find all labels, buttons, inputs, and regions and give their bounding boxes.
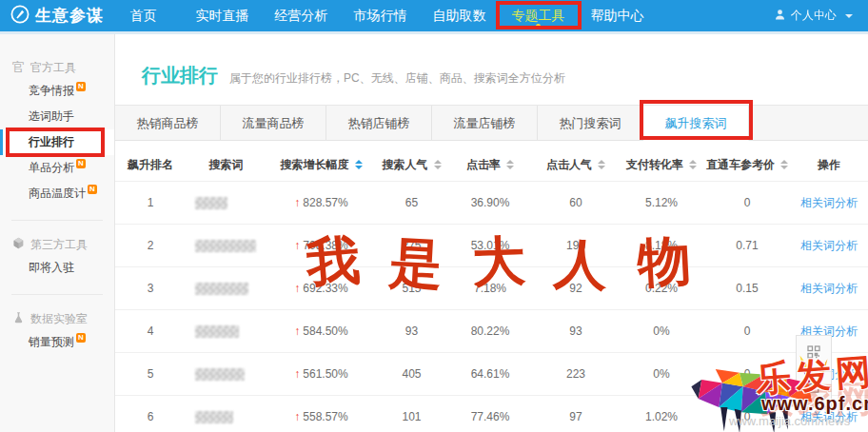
new-badge: N [76, 333, 86, 343]
column-header-ctr[interactable]: 点击率 [447, 157, 533, 173]
cell-ref-price: 0 [704, 196, 790, 209]
growth-up-arrow-icon: ↑ [294, 324, 300, 338]
sort-desc-icon [506, 166, 514, 169]
cell-conversion: 0% [619, 324, 704, 338]
cell-action[interactable]: 相关词分析 [790, 238, 868, 254]
tab-hot-keywords[interactable]: 热门搜索词 [538, 106, 643, 141]
nav-item-special-tools[interactable]: 专题工具 [499, 0, 578, 31]
table-body: 1↑828.57%6536.90%605.12%0相关词分析2↑708.38%2… [115, 181, 868, 432]
cell-growth: ↑708.38% [266, 239, 376, 252]
nav-item-home[interactable]: 首页 [104, 0, 183, 31]
cell-ref-price: 0.71 [704, 239, 790, 252]
sort-arrows-icon[interactable] [506, 160, 514, 169]
sidebar-item-coming-soon[interactable]: 即将入驻 [0, 255, 114, 281]
related-words-link[interactable]: 相关词分析 [800, 409, 858, 425]
column-label: 搜索增长幅度 [281, 157, 349, 173]
cell-search-pop: 515 [376, 282, 447, 295]
tab-traffic-shops[interactable]: 流量店铺榜 [432, 106, 538, 141]
table-row: 4↑584.50%9380.22%930%0相关词分析 [115, 309, 868, 352]
cell-click-pop: 223 [533, 367, 619, 381]
cell-action[interactable]: 相关词分析 [790, 195, 868, 211]
nav-item-market-trends[interactable]: 市场行情 [341, 0, 420, 31]
column-header-ref-price[interactable]: 直通车参考价 [704, 157, 790, 173]
sidebar-item-label: 销量预测 [29, 335, 74, 348]
sort-desc-icon [689, 166, 697, 169]
nav-item-business-analysis[interactable]: 经营分析 [262, 0, 341, 31]
tab-hot-items[interactable]: 热销商品榜 [115, 106, 221, 141]
sidebar-item-product-thermometer[interactable]: 商品温度计N [0, 181, 114, 206]
cell-growth: ↑558.57% [266, 410, 376, 423]
growth-value: 828.57% [303, 196, 347, 209]
related-words-link[interactable]: 相关词分析 [800, 238, 858, 254]
cell-keyword [186, 240, 266, 252]
app-logo[interactable]: 生意参谋 [0, 4, 104, 29]
column-header-action: 操作 [790, 157, 868, 173]
chevron-down-icon [845, 14, 853, 18]
cell-rank: 5 [115, 367, 186, 381]
sidebar-item-sales-forecast[interactable]: 销量预测N [0, 329, 114, 355]
sort-asc-icon [689, 160, 697, 164]
tab-bar-filler [749, 106, 868, 141]
cell-ctr: 53.01% [447, 239, 533, 252]
growth-up-arrow-icon: ↑ [294, 367, 300, 381]
sort-desc-icon [598, 166, 605, 169]
ranking-table: 飙升排名搜索词搜索增长幅度搜索人气点击率点击人气支付转化率直通车参考价操作 1↑… [115, 148, 868, 432]
sort-desc-icon [434, 166, 442, 169]
official-badge-icon: 官 [12, 59, 25, 76]
column-header-search-pop[interactable]: 搜索人气 [376, 157, 447, 173]
cell-click-pop: 92 [533, 282, 619, 295]
tab-surging-keywords[interactable]: 飙升搜索词 [643, 106, 749, 141]
tab-traffic-items[interactable]: 流量商品榜 [221, 106, 326, 141]
qr-code-icon [806, 344, 821, 363]
sort-arrows-icon[interactable] [355, 160, 363, 169]
person-icon [774, 9, 786, 24]
cell-ref-price: 0.15 [704, 282, 790, 295]
compass-pen-icon [10, 4, 30, 29]
sort-arrows-icon[interactable] [598, 160, 605, 169]
column-header-rank: 飙升排名 [115, 157, 186, 173]
table-row: 6↑558.57%10177.46%971.02%0相关词分析 [115, 395, 868, 432]
sort-desc-icon [355, 166, 363, 169]
sort-arrows-icon[interactable] [780, 160, 788, 169]
cell-action[interactable]: 相关词分析 [790, 409, 868, 425]
sort-asc-icon [506, 160, 514, 164]
sidebar-item-industry-ranking[interactable]: 行业排行 [0, 129, 114, 155]
table-row: 2↑708.38%27553.01%1988.18%0.71相关词分析 [115, 224, 868, 266]
sidebar-item-item-analysis[interactable]: 单品分析N [0, 155, 114, 181]
cell-growth: ↑584.50% [266, 324, 376, 338]
growth-up-arrow-icon: ↑ [294, 282, 300, 295]
column-header-growth[interactable]: 搜索增长幅度 [266, 157, 376, 173]
growth-value: 558.57% [303, 410, 347, 423]
page-header: 行业排行 属于您的行业排行榜，PC、无线、店铺、商品、搜索词全方位分析 [115, 34, 868, 88]
tab-hot-shops[interactable]: 热销店铺榜 [326, 106, 432, 141]
active-nav-dot-icon [536, 24, 541, 29]
user-menu[interactable]: 个人中心 [774, 8, 853, 24]
widget-button-1[interactable] [797, 336, 831, 371]
redacted-keyword [195, 325, 239, 338]
app-screen: 生意参谋 首页实时直播经营分析市场行情自助取数专题工具帮助中心 个人中心 官官方… [0, 0, 868, 432]
cell-ctr: 64.61% [447, 367, 533, 381]
cell-keyword [186, 368, 266, 381]
column-label: 直通车参考价 [706, 157, 775, 173]
nav-item-help-center[interactable]: 帮助中心 [578, 0, 657, 31]
cell-ctr: 36.90% [447, 196, 533, 209]
sidebar-item-word-helper[interactable]: 选词助手 [0, 104, 114, 129]
related-words-link[interactable]: 相关词分析 [800, 281, 858, 297]
column-label: 搜索词 [209, 157, 244, 173]
sidebar-item-competitive-intel[interactable]: 竞争情报N [0, 78, 114, 104]
cell-action[interactable]: 相关词分析 [790, 281, 868, 297]
sort-arrows-icon[interactable] [434, 160, 442, 169]
cell-conversion: 5.12% [619, 196, 704, 209]
nav-item-realtime-live[interactable]: 实时直播 [183, 0, 262, 31]
cell-conversion: 0% [619, 367, 704, 381]
sidebar-section-label: 第三方工具 [30, 237, 88, 253]
column-header-click-pop[interactable]: 点击人气 [533, 157, 619, 173]
column-header-conversion[interactable]: 支付转化率 [619, 157, 704, 173]
related-words-link[interactable]: 相关词分析 [800, 195, 858, 211]
cube-icon [12, 237, 25, 252]
sort-asc-icon [780, 160, 788, 164]
nav-item-self-service-data[interactable]: 自助取数 [420, 0, 499, 31]
widget-button-2[interactable] [797, 371, 831, 406]
cell-growth: ↑828.57% [266, 196, 376, 209]
sort-arrows-icon[interactable] [689, 160, 697, 169]
